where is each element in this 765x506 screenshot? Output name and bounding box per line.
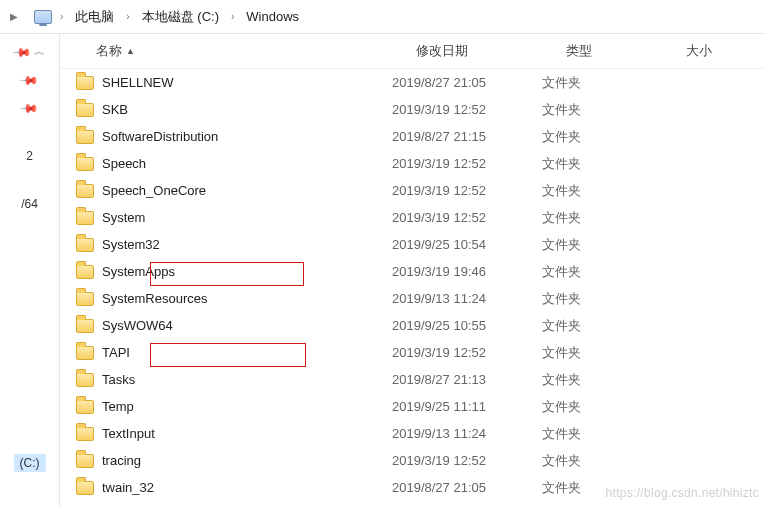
folder-icon <box>76 157 94 171</box>
file-type: 文件夹 <box>542 74 662 92</box>
file-date: 2019/3/19 12:52 <box>392 453 542 468</box>
folder-icon <box>76 238 94 252</box>
file-date: 2019/8/27 21:15 <box>392 129 542 144</box>
file-name: SystemApps <box>102 264 175 279</box>
folder-icon <box>76 103 94 117</box>
folder-icon <box>76 373 94 387</box>
chevron-right-icon[interactable]: › <box>54 11 69 22</box>
file-date: 2019/8/27 21:05 <box>392 480 542 495</box>
file-type: 文件夹 <box>542 209 662 227</box>
file-name: twain_32 <box>102 480 154 495</box>
watermark-text: https://blog.csdn.net/hihiztc <box>606 486 759 500</box>
chevron-right-icon[interactable]: › <box>225 11 240 22</box>
file-type: 文件夹 <box>542 344 662 362</box>
file-name: TAPI <box>102 345 130 360</box>
file-name: SKB <box>102 102 128 117</box>
folder-icon <box>76 265 94 279</box>
file-type: 文件夹 <box>542 425 662 443</box>
file-type: 文件夹 <box>542 290 662 308</box>
chevron-right-icon[interactable]: › <box>120 11 135 22</box>
file-list-panel: 名称▲ 修改日期 类型 大小 SHELLNEW2019/8/27 21:05文件… <box>60 34 765 506</box>
file-type: 文件夹 <box>542 452 662 470</box>
chevron-up-icon[interactable]: ︿ <box>34 44 45 59</box>
col-header-modified[interactable]: 修改日期 <box>416 42 566 60</box>
file-date: 2019/9/13 11:24 <box>392 426 542 441</box>
table-row[interactable]: TAPI2019/3/19 12:52文件夹 <box>60 339 765 366</box>
sidebar-quick-access: 📌︿ 📌 📌 2 /64 (C:) <box>0 34 60 506</box>
folder-icon <box>76 454 94 468</box>
table-row[interactable]: Tasks2019/8/27 21:13文件夹 <box>60 366 765 393</box>
table-row[interactable]: System322019/9/25 10:54文件夹 <box>60 231 765 258</box>
folder-icon <box>76 130 94 144</box>
breadcrumb[interactable]: ▶ › 此电脑 › 本地磁盘 (C:) › Windows <box>0 0 765 34</box>
file-date: 2019/3/19 12:52 <box>392 210 542 225</box>
file-name: Tasks <box>102 372 135 387</box>
file-name: Temp <box>102 399 134 414</box>
file-type: 文件夹 <box>542 236 662 254</box>
table-row[interactable]: SoftwareDistribution2019/8/27 21:15文件夹 <box>60 123 765 150</box>
table-row[interactable]: SysWOW642019/9/25 10:55文件夹 <box>60 312 765 339</box>
file-name: Speech <box>102 156 146 171</box>
table-row[interactable]: Speech_OneCore2019/3/19 12:52文件夹 <box>60 177 765 204</box>
file-name: System <box>102 210 145 225</box>
table-row[interactable]: TextInput2019/9/13 11:24文件夹 <box>60 420 765 447</box>
breadcrumb-item-drive[interactable]: 本地磁盘 (C:) <box>138 4 223 30</box>
folder-icon <box>76 400 94 414</box>
col-header-size[interactable]: 大小 <box>686 42 765 60</box>
table-row[interactable]: System2019/3/19 12:52文件夹 <box>60 204 765 231</box>
file-name: SoftwareDistribution <box>102 129 218 144</box>
folder-icon <box>76 427 94 441</box>
sidebar-tree-item[interactable]: /64 <box>21 197 38 211</box>
file-date: 2019/9/25 10:55 <box>392 318 542 333</box>
folder-icon <box>76 319 94 333</box>
file-date: 2019/9/25 11:11 <box>392 399 542 414</box>
pin-icon: 📌 <box>19 98 40 119</box>
file-date: 2019/3/19 12:52 <box>392 102 542 117</box>
breadcrumb-item-pc[interactable]: 此电脑 <box>71 4 118 30</box>
file-type: 文件夹 <box>542 101 662 119</box>
col-header-type[interactable]: 类型 <box>566 42 686 60</box>
file-date: 2019/8/27 21:05 <box>392 75 542 90</box>
sidebar-tree-item[interactable]: 2 <box>26 149 33 163</box>
column-headers: 名称▲ 修改日期 类型 大小 <box>60 34 765 69</box>
file-type: 文件夹 <box>542 263 662 281</box>
table-row[interactable]: Speech2019/3/19 12:52文件夹 <box>60 150 765 177</box>
file-name: SystemResources <box>102 291 207 306</box>
folder-icon <box>76 76 94 90</box>
file-date: 2019/3/19 12:52 <box>392 156 542 171</box>
pin-icon: 📌 <box>12 41 33 62</box>
pin-icon: 📌 <box>19 70 40 91</box>
file-name: System32 <box>102 237 160 252</box>
this-pc-icon[interactable] <box>34 10 52 24</box>
file-date: 2019/3/19 19:46 <box>392 264 542 279</box>
file-type: 文件夹 <box>542 398 662 416</box>
file-type: 文件夹 <box>542 155 662 173</box>
table-row[interactable]: Temp2019/9/25 11:11文件夹 <box>60 393 765 420</box>
table-row[interactable]: tracing2019/3/19 12:52文件夹 <box>60 447 765 474</box>
sidebar-tree-item-selected[interactable]: (C:) <box>14 454 46 472</box>
table-row[interactable]: SKB2019/3/19 12:52文件夹 <box>60 96 765 123</box>
file-type: 文件夹 <box>542 128 662 146</box>
table-row[interactable]: SystemResources2019/9/13 11:24文件夹 <box>60 285 765 312</box>
chevron-right-icon[interactable]: ▶ <box>4 11 24 22</box>
file-name: TextInput <box>102 426 155 441</box>
sort-asc-icon: ▲ <box>126 46 135 56</box>
col-header-name[interactable]: 名称▲ <box>96 42 416 60</box>
file-name: Speech_OneCore <box>102 183 206 198</box>
file-name: SHELLNEW <box>102 75 174 90</box>
file-type: 文件夹 <box>542 182 662 200</box>
folder-icon <box>76 292 94 306</box>
table-row[interactable]: SHELLNEW2019/8/27 21:05文件夹 <box>60 69 765 96</box>
folder-icon <box>76 346 94 360</box>
breadcrumb-item-folder[interactable]: Windows <box>242 5 303 28</box>
table-row[interactable]: SystemApps2019/3/19 19:46文件夹 <box>60 258 765 285</box>
file-list: SHELLNEW2019/8/27 21:05文件夹SKB2019/3/19 1… <box>60 69 765 501</box>
file-date: 2019/8/27 21:13 <box>392 372 542 387</box>
file-name: tracing <box>102 453 141 468</box>
file-date: 2019/9/25 10:54 <box>392 237 542 252</box>
file-date: 2019/9/13 11:24 <box>392 291 542 306</box>
file-date: 2019/3/19 12:52 <box>392 345 542 360</box>
file-name: SysWOW64 <box>102 318 173 333</box>
folder-icon <box>76 481 94 495</box>
folder-icon <box>76 211 94 225</box>
